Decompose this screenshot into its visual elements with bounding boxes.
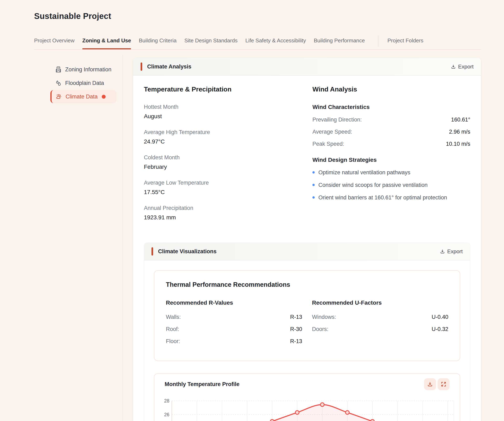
tab-group-divider xyxy=(378,36,378,47)
field-hottest-month: Hottest Month August xyxy=(144,104,312,120)
export-button[interactable]: Export xyxy=(440,248,463,255)
climate-analysis-card: Climate Analysis Export Temperature & Pr… xyxy=(133,58,481,421)
field-average-low: Average Low Temperature 17.55°C xyxy=(144,180,312,195)
wind-design-strategies: Wind Design Strategies Optimize natural … xyxy=(312,157,470,201)
bullet-icon xyxy=(312,171,315,174)
sidebar-item-label: Zoning Information xyxy=(65,66,111,73)
thermal-recommendations-box: Thermal Performance Recommendations Reco… xyxy=(154,270,460,361)
download-icon xyxy=(427,381,433,387)
tab-site-design-standards[interactable]: Site Design Standards xyxy=(184,35,238,49)
wind-analysis-section: Wind Analysis Wind Characteristics Preva… xyxy=(312,85,470,230)
wind-characteristics-heading: Wind Characteristics xyxy=(312,104,470,110)
u-factors-column: Recommended U-Factors Windows: U-0.40 Do… xyxy=(312,300,448,350)
wind-row-average-speed: Average Speed: 2.96 m/s xyxy=(312,129,470,135)
strategy-item: Optimize natural ventilation pathways xyxy=(312,169,470,176)
building-icon xyxy=(55,66,62,73)
r-row-walls: Walls: R-13 xyxy=(166,314,302,320)
tab-bar: Project Overview Zoning & Land Use Build… xyxy=(34,35,481,50)
tab-building-criteria[interactable]: Building Criteria xyxy=(139,35,177,49)
export-label: Export xyxy=(458,64,474,70)
bullet-icon xyxy=(312,196,315,198)
sidebar-item-floodplain-data[interactable]: Floodplain Data xyxy=(50,77,117,90)
field-annual-precipitation: Annual Precipitation 1923.91 mm xyxy=(144,205,312,221)
sidebar-item-label: Climate Data xyxy=(66,94,98,100)
expand-icon xyxy=(440,381,447,387)
download-icon xyxy=(450,64,456,69)
section-heading: Temperature & Precipitation xyxy=(144,85,312,93)
r-values-column: Recommended R-Values Walls: R-13 Roof: R… xyxy=(166,300,302,350)
svg-text:26: 26 xyxy=(164,412,169,417)
sidebar-item-zoning-information[interactable]: Zoning Information xyxy=(50,63,117,76)
tab-zoning-land-use[interactable]: Zoning & Land Use xyxy=(82,35,131,49)
app-window: Sustainable Project Project Overview Zon… xyxy=(0,0,504,421)
strategy-item: Orient wind barriers at 160.61° for opti… xyxy=(312,194,470,201)
tab-life-safety-accessibility[interactable]: Life Safety & Accessibility xyxy=(246,35,306,49)
tab-building-performance[interactable]: Building Performance xyxy=(314,35,365,49)
droplets-icon xyxy=(55,79,62,87)
page-title: Sustainable Project xyxy=(34,12,111,21)
thermal-title: Thermal Performance Recommendations xyxy=(166,281,448,289)
chart-title: Monthly Temperature Profile xyxy=(165,381,240,387)
temperature-line-chart: 282624 xyxy=(161,396,454,421)
sidebar: Zoning Information Floodplain Data Clima… xyxy=(50,63,117,103)
r-values-heading: Recommended R-Values xyxy=(166,300,302,306)
field-coldest-month: Coldest Month February xyxy=(144,154,312,170)
climate-analysis-body: Temperature & Precipitation Hottest Mont… xyxy=(133,76,481,421)
u-row-windows: Windows: U-0.40 xyxy=(312,314,448,320)
climate-visualizations-card: Climate Visualizations Export Thermal Pe… xyxy=(144,243,470,421)
svg-text:28: 28 xyxy=(164,398,169,403)
notification-dot xyxy=(102,95,106,99)
card-title: Climate Visualizations xyxy=(158,248,217,255)
accent-bar xyxy=(151,247,153,256)
chart-download-button[interactable] xyxy=(424,378,436,390)
field-average-high: Average High Temperature 24.97°C xyxy=(144,129,312,145)
sun-cloud-icon xyxy=(55,93,62,100)
download-icon xyxy=(440,249,445,254)
accent-bar xyxy=(141,62,142,71)
monthly-temperature-card: Monthly Temperature Profile xyxy=(154,373,460,421)
card-title: Climate Analysis xyxy=(147,64,191,70)
u-factors-heading: Recommended U-Factors xyxy=(312,300,448,306)
wind-strategies-heading: Wind Design Strategies xyxy=(312,157,470,163)
wind-row-peak-speed: Peak Speed: 10.10 m/s xyxy=(312,141,470,147)
sidebar-item-climate-data[interactable]: Climate Data xyxy=(50,90,117,103)
section-heading: Wind Analysis xyxy=(312,85,470,93)
export-button[interactable]: Export xyxy=(450,64,474,70)
sidebar-content-divider xyxy=(122,55,123,421)
temperature-precipitation-section: Temperature & Precipitation Hottest Mont… xyxy=(144,85,312,230)
strategy-item: Consider wind scoops for passive ventila… xyxy=(312,182,470,188)
wind-row-prevailing-direction: Prevailing Direction: 160.61° xyxy=(312,117,470,123)
climate-analysis-header: Climate Analysis Export xyxy=(133,58,481,76)
climate-visualizations-body: Thermal Performance Recommendations Reco… xyxy=(144,260,470,421)
export-label: Export xyxy=(447,248,463,255)
sidebar-item-label: Floodplain Data xyxy=(65,80,104,86)
bullet-icon xyxy=(312,184,315,186)
climate-visualizations-header: Climate Visualizations Export xyxy=(144,243,470,260)
u-row-doors: Doors: U-0.32 xyxy=(312,326,448,332)
tab-project-folders[interactable]: Project Folders xyxy=(387,35,423,49)
tab-project-overview[interactable]: Project Overview xyxy=(34,35,75,49)
chart-expand-button[interactable] xyxy=(438,378,450,390)
r-row-floor: Floor: R-13 xyxy=(166,338,302,344)
r-row-roof: Roof: R-30 xyxy=(166,326,302,332)
